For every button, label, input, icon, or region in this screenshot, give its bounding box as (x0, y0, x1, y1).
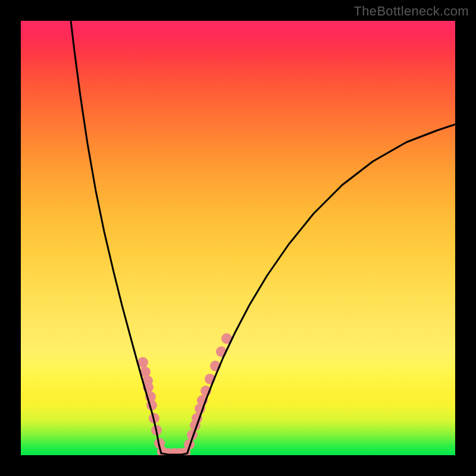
chart-svg (21, 21, 455, 455)
series-right-curve (187, 124, 455, 453)
plot-area (21, 21, 455, 455)
watermark-text: TheBottleneck.com (354, 4, 469, 19)
curve-layer (71, 21, 455, 455)
outer-frame: TheBottleneck.com (0, 0, 476, 476)
marker-layer (137, 333, 232, 455)
